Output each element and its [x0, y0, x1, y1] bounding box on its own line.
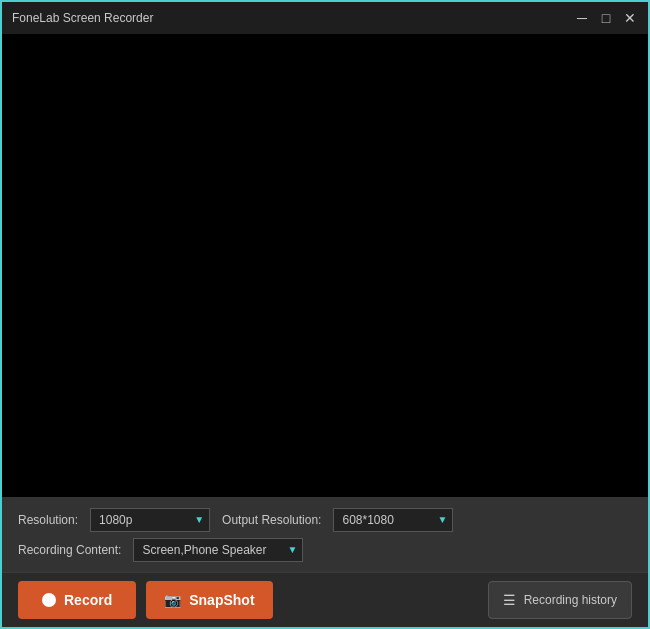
history-label: Recording history — [524, 593, 617, 607]
record-button[interactable]: Record — [18, 581, 136, 619]
resolution-select[interactable]: 720p 1080p 1440p 4K — [90, 508, 210, 532]
app-window: FoneLab Screen Recorder ─ □ ✕ Resolution… — [0, 0, 650, 629]
snapshot-button[interactable]: 📷 SnapShot — [146, 581, 272, 619]
camera-icon: 📷 — [164, 592, 181, 608]
resolution-wrapper: 720p 1080p 1440p 4K ▼ — [90, 508, 210, 532]
video-preview — [2, 34, 648, 497]
app-title: FoneLab Screen Recorder — [12, 11, 153, 25]
maximize-button[interactable]: □ — [598, 10, 614, 26]
output-resolution-wrapper: 608*1080 1280*720 1920*1080 ▼ — [333, 508, 453, 532]
recording-content-wrapper: Screen,Phone Speaker Screen Phone Speake… — [133, 538, 303, 562]
resolution-label: Resolution: — [18, 513, 78, 527]
controls-bar: Resolution: 720p 1080p 1440p 4K ▼ Output… — [2, 497, 648, 572]
close-button[interactable]: ✕ — [622, 10, 638, 26]
minimize-button[interactable]: ─ — [574, 10, 590, 26]
history-icon: ☰ — [503, 592, 516, 608]
bottom-bar: Record 📷 SnapShot ☰ Recording history — [2, 572, 648, 627]
history-button[interactable]: ☰ Recording history — [488, 581, 632, 619]
output-resolution-label: Output Resolution: — [222, 513, 321, 527]
recording-content-select[interactable]: Screen,Phone Speaker Screen Phone Speake… — [133, 538, 303, 562]
controls-row-2: Recording Content: Screen,Phone Speaker … — [18, 538, 632, 562]
recording-content-label: Recording Content: — [18, 543, 121, 557]
controls-row-1: Resolution: 720p 1080p 1440p 4K ▼ Output… — [18, 508, 632, 532]
record-label: Record — [64, 592, 112, 608]
output-resolution-select[interactable]: 608*1080 1280*720 1920*1080 — [333, 508, 453, 532]
record-icon — [42, 593, 56, 607]
bottom-left: Record 📷 SnapShot — [18, 581, 273, 619]
title-bar: FoneLab Screen Recorder ─ □ ✕ — [2, 2, 648, 34]
window-controls: ─ □ ✕ — [574, 10, 638, 26]
snapshot-label: SnapShot — [189, 592, 254, 608]
